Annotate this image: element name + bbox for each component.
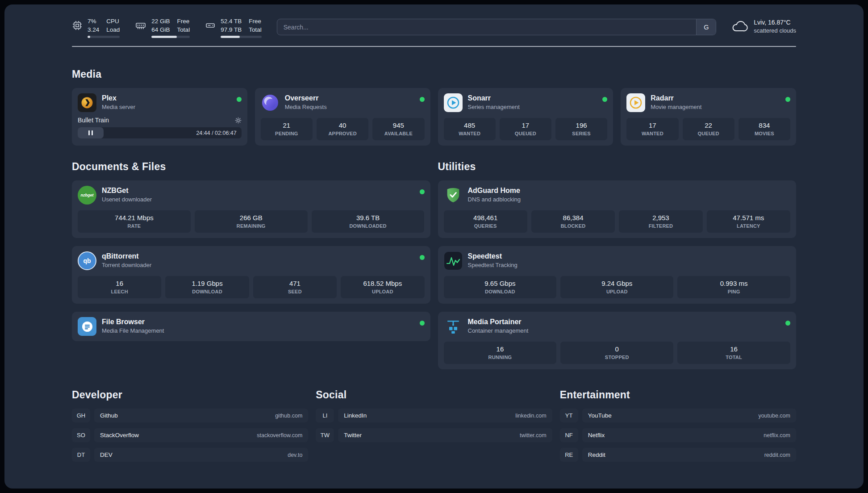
bookmark-url: stackoverflow.com <box>257 432 302 439</box>
bookmark-abbr: RE <box>560 448 578 462</box>
section-title-developer: Developer <box>72 389 308 401</box>
bookmark-abbr: NF <box>560 428 578 442</box>
app-titles: Plex Media server <box>102 93 231 112</box>
stat-value: 21 <box>263 121 311 129</box>
stat-value: 744.21 Mbps <box>79 214 189 221</box>
bookmark-twitter[interactable]: TW Twitter twitter.com <box>316 428 552 442</box>
radarr-card[interactable]: Radarr Movie management 17 WANTED 22 QUE… <box>621 88 796 146</box>
disk-free-label: Free <box>249 18 262 25</box>
bookmark-netflix[interactable]: NF Netflix netflix.com <box>560 428 796 442</box>
stat-value: 16 <box>679 345 789 353</box>
bookmark-abbr: YT <box>560 409 578 422</box>
stat-ping: 0.993 ms PING <box>677 276 790 298</box>
search-input[interactable] <box>277 19 697 35</box>
stat-label: BLOCKED <box>533 223 613 229</box>
qbittorrent-card[interactable]: qb qBittorrent Torrent downloader 16 <box>72 246 430 304</box>
nzbget-icon: nzbget <box>78 186 96 205</box>
playback-progress-bar[interactable]: 24:44 / 02:06:47 <box>78 127 242 138</box>
cpu-usage-bar <box>88 36 120 38</box>
stat-approved: 40 APPROVED <box>317 118 368 140</box>
stat-value: 47.571 ms <box>709 214 789 221</box>
portainer-icon <box>444 317 463 336</box>
bookmark-github[interactable]: GH Github github.com <box>72 409 308 422</box>
app-name: Overseerr <box>285 94 414 102</box>
stat-label: UPLOAD <box>562 289 672 294</box>
bookmark-stackoverflow[interactable]: SO StackOverflow stackoverflow.com <box>72 428 308 442</box>
app-titles: Speedtest Speedtest Tracking <box>468 251 791 270</box>
status-dot <box>420 189 425 194</box>
section-title-utilities: Utilities <box>438 161 797 173</box>
stat-value: 22 <box>684 121 733 129</box>
stat-value: 9.65 Gbps <box>446 280 555 287</box>
bookmark-url: linkedin.com <box>515 413 546 419</box>
filebrowser-card[interactable]: File Browser Media File Management <box>72 312 430 341</box>
adguard-card[interactable]: AdGuard Home DNS and adblocking 498,461 … <box>438 180 797 238</box>
stat-label: QUEUED <box>501 131 550 136</box>
bookmark-name: Twitter <box>344 432 362 439</box>
stat-value: 2,953 <box>621 214 701 221</box>
app-subtitle: Container management <box>468 327 780 334</box>
stat-value: 16 <box>79 280 159 287</box>
stat-value: 471 <box>255 280 335 287</box>
bookmark-abbr: SO <box>72 428 90 442</box>
stat-label: LEECH <box>79 289 159 294</box>
app-subtitle: Media File Management <box>102 327 414 334</box>
stat-label: SERIES <box>557 131 605 136</box>
bookmark-url: reddit.com <box>764 452 790 458</box>
bookmark-url: netflix.com <box>764 432 790 439</box>
stat-label: TOTAL <box>679 355 789 360</box>
stat-download: 1.19 Gbps DOWNLOAD <box>165 276 249 298</box>
bookmark-name: DEV <box>100 451 113 458</box>
app-titles: Media Portainer Container management <box>468 317 780 336</box>
status-dot <box>420 255 425 260</box>
dashboard-panel: 7% 3.24 CPU Load <box>4 4 864 489</box>
stat-label: WANTED <box>628 131 676 136</box>
stat-available: 945 AVAILABLE <box>372 118 424 140</box>
plex-card[interactable]: Plex Media server Bullet Train <box>72 88 247 146</box>
stat-queued: 22 QUEUED <box>683 118 734 140</box>
qbittorrent-icon-text: qb <box>83 257 91 264</box>
bookmark-abbr: GH <box>72 409 90 422</box>
stat-label: PENDING <box>263 131 311 136</box>
stat-value: 9.24 Gbps <box>562 280 672 287</box>
bookmark-name: Github <box>100 412 118 419</box>
stat-running: 16 RUNNING <box>444 342 557 364</box>
gear-icon[interactable] <box>235 117 242 124</box>
disk-usage-fill <box>221 36 240 38</box>
radarr-icon <box>626 93 645 112</box>
bookmark-abbr: DT <box>72 448 90 462</box>
sonarr-card[interactable]: Sonarr Series management 485 WANTED 17 Q… <box>438 88 613 146</box>
bookmark-name: LinkedIn <box>344 412 367 419</box>
bookmark-youtube[interactable]: YT YouTube youtube.com <box>560 409 796 422</box>
pause-icon[interactable] <box>88 130 93 135</box>
media-section: Media Plex Media server <box>72 68 796 146</box>
plex-icon <box>78 93 96 112</box>
status-dot <box>785 97 790 102</box>
speedtest-icon <box>444 251 463 270</box>
memory-monitor: 22 GiB 64 GiB Free Total <box>135 18 190 38</box>
stat-label: QUERIES <box>446 223 526 229</box>
stat-value: 17 <box>501 121 550 129</box>
stat-label: LATENCY <box>709 223 789 229</box>
adguard-icon <box>444 186 463 205</box>
stat-upload: 9.24 Gbps UPLOAD <box>560 276 673 298</box>
stat-pending: 21 PENDING <box>261 118 313 140</box>
stat-label: DOWNLOADED <box>313 223 423 229</box>
app-subtitle: Speedtest Tracking <box>468 262 791 268</box>
stat-value: 618.52 Mbps <box>342 280 422 287</box>
overseerr-card[interactable]: Overseerr Media Requests 21 PENDING 40 A… <box>255 88 430 146</box>
bookmark-dev[interactable]: DT DEV dev.to <box>72 448 308 462</box>
portainer-card[interactable]: Media Portainer Container management 16 … <box>438 312 797 369</box>
nzbget-card[interactable]: nzbget NZBGet Usenet downloader 744.21 M… <box>72 180 430 238</box>
memory-usage-fill <box>151 36 177 38</box>
speedtest-card[interactable]: Speedtest Speedtest Tracking 9.65 Gbps D… <box>438 246 797 304</box>
bookmark-linkedin[interactable]: LI LinkedIn linkedin.com <box>316 409 552 422</box>
stat-movies: 834 MOVIES <box>739 118 790 140</box>
stat-label: STOPPED <box>562 355 672 360</box>
app-subtitle: Torrent downloader <box>102 262 414 268</box>
search-engine-button[interactable]: G <box>696 19 716 35</box>
stat-label: PING <box>679 289 789 294</box>
bookmark-group-developer: Developer GH Github github.com SO StackO… <box>72 389 308 462</box>
stat-series: 196 SERIES <box>555 118 607 140</box>
bookmark-reddit[interactable]: RE Reddit reddit.com <box>560 448 796 462</box>
